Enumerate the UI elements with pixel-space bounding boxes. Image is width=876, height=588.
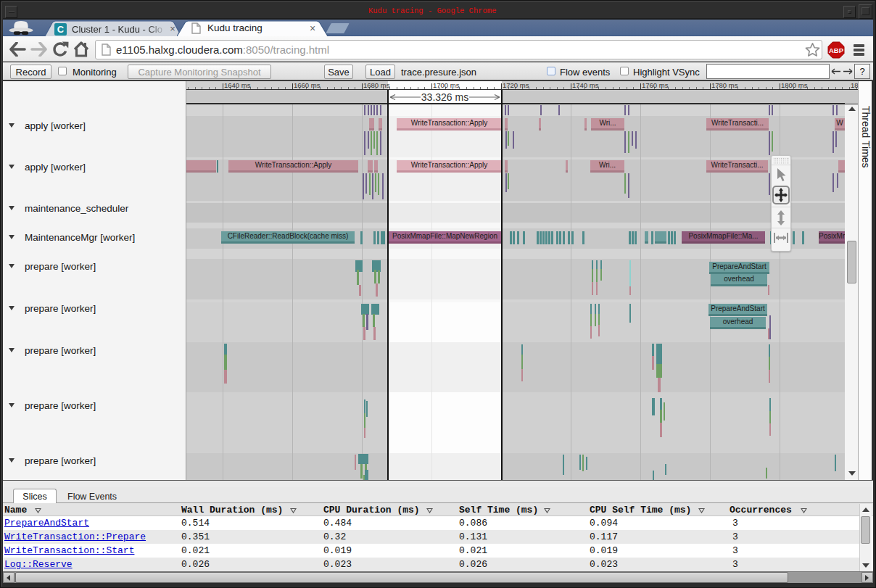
svg-text:ABP: ABP [829, 46, 844, 54]
